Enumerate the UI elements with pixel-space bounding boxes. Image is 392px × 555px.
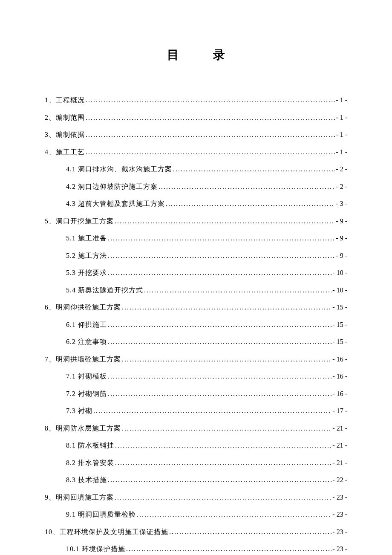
- toc-entry-page: - 15 -: [332, 337, 347, 347]
- toc-dot-leader: [115, 216, 335, 226]
- toc-dot-leader: [144, 285, 331, 295]
- toc-entry: 2、编制范围 - 1 -: [45, 113, 347, 123]
- toc-entry: 8.1 防水板铺挂 - 21 -: [45, 440, 347, 451]
- toc-entry-label: 9、明洞回填施工方案: [45, 492, 114, 503]
- toc-entry: 8.3 技术措施- 22 -: [45, 475, 347, 485]
- toc-entry: 8、明洞防水层施工方案- 21 -: [45, 423, 347, 434]
- toc-entry: 5.2 施工方法- 9 -: [45, 251, 347, 261]
- toc-entry-label: 5.1 施工准备: [66, 233, 107, 243]
- toc-entry-label: 4.2 洞口边仰坡防护施工方案: [66, 182, 158, 192]
- toc-dot-leader: [86, 147, 335, 157]
- toc-entry-label: 4.1 洞口排水沟、截水沟施工方案: [66, 164, 172, 174]
- toc-entry-label: 7.3 衬砌: [66, 406, 92, 416]
- toc-entry: 5.4 新奥法隧道开挖方式 - 10 -: [45, 285, 347, 295]
- toc-entry-page: - 2 -: [336, 182, 347, 192]
- toc-entry-label: 6.2 注意事项: [66, 337, 107, 347]
- toc-entry: 10.1 环境保护措施 - 23 -: [45, 544, 347, 554]
- toc-entry-page: - 16 -: [332, 354, 347, 364]
- toc-entry-page: - 23 -: [332, 509, 347, 520]
- toc-dot-leader: [86, 95, 335, 105]
- toc-dot-leader: [173, 164, 335, 174]
- toc-dot-leader: [93, 406, 331, 416]
- toc-entry-label: 5、洞口开挖施工方案: [45, 216, 114, 226]
- toc-entry: 10、工程环境保护及文明施工保证措施 - 23 -: [45, 527, 347, 537]
- toc-entry: 3、编制依据 - 1 -: [45, 130, 347, 140]
- toc-dot-leader: [86, 113, 335, 123]
- toc-entry-label: 1、工程概况: [45, 95, 85, 105]
- toc-dot-leader: [115, 458, 331, 468]
- toc-entry: 6、明洞仰拱砼施工方案- 15 -: [45, 302, 347, 312]
- toc-entry-page: - 1 -: [336, 95, 347, 105]
- toc-entry: 5.3 开挖要求- 10 -: [45, 268, 347, 278]
- toc-entry-label: 2、编制范围: [45, 113, 85, 123]
- toc-entry-label: 10、工程环境保护及文明施工保证措施: [45, 527, 168, 537]
- toc-entry-page: - 21 -: [332, 458, 347, 468]
- toc-entry-page: - 23 -: [332, 544, 347, 554]
- toc-entry-label: 4.3 超前大管棚及套拱施工方案: [66, 199, 165, 209]
- toc-entry: 9.1 明洞回填质量检验 - 23 -: [45, 509, 347, 520]
- toc-dot-leader: [169, 527, 331, 537]
- toc-dot-leader: [108, 475, 331, 485]
- toc-entry-page: - 15 -: [332, 320, 347, 330]
- toc-dot-leader: [122, 354, 331, 364]
- toc-entry-page: - 1 -: [336, 147, 347, 157]
- toc-entry-label: 7、明洞拱墙砼施工方案: [45, 354, 121, 364]
- toc-entry-page: - 22 -: [332, 475, 347, 485]
- table-of-contents: 1、工程概况 - 1 -2、编制范围 - 1 -3、编制依据 - 1 -4、施工…: [45, 95, 347, 555]
- toc-dot-leader: [115, 440, 331, 451]
- toc-entry: 7.3 衬砌- 17 -: [45, 406, 347, 416]
- toc-dot-leader: [122, 302, 331, 312]
- toc-entry-page: - 10 -: [332, 285, 347, 295]
- toc-dot-leader: [159, 182, 335, 192]
- toc-entry: 6.2 注意事项- 15 -: [45, 337, 347, 347]
- toc-entry-label: 10.1 环境保护措施: [66, 544, 125, 554]
- toc-dot-leader: [122, 423, 331, 434]
- toc-entry-label: 6、明洞仰拱砼施工方案: [45, 302, 121, 312]
- toc-dot-leader: [108, 320, 331, 330]
- toc-entry: 4.3 超前大管棚及套拱施工方案- 3 -: [45, 199, 347, 209]
- toc-entry-page: - 9 -: [336, 251, 347, 261]
- toc-entry-page: - 1 -: [336, 130, 347, 140]
- toc-entry-label: 8.2 排水管安装: [66, 458, 114, 468]
- toc-entry-label: 5.3 开挖要求: [66, 268, 107, 278]
- toc-entry-label: 7.1 衬砌模板: [66, 371, 107, 382]
- toc-entry-label: 4、施工工艺: [45, 147, 85, 157]
- toc-entry-page: - 21 -: [332, 423, 347, 434]
- toc-entry-page: - 16 -: [332, 371, 347, 382]
- toc-entry-page: - 9 -: [336, 216, 347, 226]
- toc-entry-label: 8.1 防水板铺挂: [66, 440, 114, 451]
- toc-entry: 7.2 衬砌钢筋- 16 -: [45, 389, 347, 399]
- toc-entry: 6.1 仰拱施工- 15 -: [45, 320, 347, 330]
- toc-dot-leader: [86, 130, 335, 140]
- toc-dot-leader: [108, 251, 335, 261]
- toc-entry: 7、明洞拱墙砼施工方案- 16 -: [45, 354, 347, 364]
- toc-entry-page: - 10 -: [332, 268, 347, 278]
- page-title: 目录: [45, 47, 347, 63]
- toc-dot-leader: [108, 337, 331, 347]
- toc-entry-page: - 15 -: [332, 302, 347, 312]
- toc-entry-label: 8、明洞防水层施工方案: [45, 423, 121, 434]
- toc-entry-page: - 1 -: [336, 113, 347, 123]
- toc-entry-page: - 2 -: [336, 164, 347, 174]
- toc-entry: 8.2 排水管安装 - 21 -: [45, 458, 347, 468]
- toc-entry-page: - 17 -: [332, 406, 347, 416]
- toc-entry-label: 5.2 施工方法: [66, 251, 107, 261]
- toc-entry-page: - 23 -: [332, 527, 347, 537]
- toc-entry: 4.2 洞口边仰坡防护施工方案- 2 -: [45, 182, 347, 192]
- toc-entry: 9、明洞回填施工方案- 23 -: [45, 492, 347, 503]
- toc-entry-page: - 3 -: [336, 199, 347, 209]
- toc-entry: 5、洞口开挖施工方案- 9 -: [45, 216, 347, 226]
- toc-entry-page: - 21 -: [332, 440, 347, 451]
- toc-entry: 4.1 洞口排水沟、截水沟施工方案- 2 -: [45, 164, 347, 174]
- toc-entry-page: - 16 -: [332, 389, 347, 399]
- toc-dot-leader: [137, 509, 331, 520]
- toc-dot-leader: [166, 199, 335, 209]
- toc-entry-page: - 23 -: [332, 492, 347, 503]
- toc-dot-leader: [108, 371, 331, 382]
- toc-entry-label: 7.2 衬砌钢筋: [66, 389, 107, 399]
- toc-entry-label: 5.4 新奥法隧道开挖方式: [66, 285, 143, 295]
- toc-entry-label: 8.3 技术措施: [66, 475, 107, 485]
- toc-dot-leader: [115, 492, 331, 503]
- toc-dot-leader: [108, 233, 335, 243]
- toc-entry: 5.1 施工准备- 9 -: [45, 233, 347, 243]
